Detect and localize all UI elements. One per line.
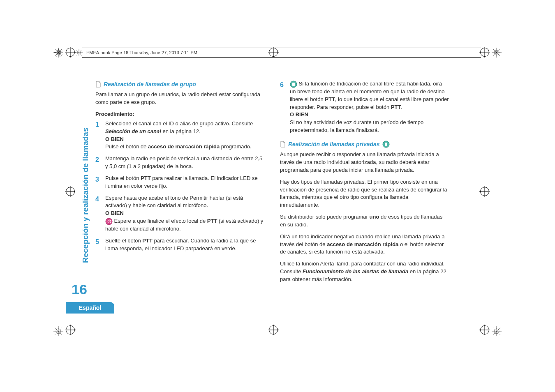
body-paragraph: Oirá un tono indicador negativo cuando r… bbox=[280, 233, 449, 256]
step-body: Espere hasta que acabe el tono de Permit… bbox=[105, 194, 264, 233]
step-4: 4 Espere hasta que acabe el tono de Perm… bbox=[95, 194, 264, 233]
side-tab: Recepción y realización de llamadas bbox=[75, 107, 87, 263]
step-number: 1 bbox=[95, 120, 100, 151]
print-header-text: EMEA.book Page 16 Thursday, June 27, 201… bbox=[86, 50, 197, 55]
right-column: 6 Si la función de Indicación de canal l… bbox=[280, 80, 449, 288]
registration-mark bbox=[480, 187, 489, 196]
section-title-group-calls: Realización de llamadas de grupo bbox=[95, 80, 264, 88]
registration-mark bbox=[480, 325, 489, 334]
step-body: Suelte el botón PTT para escuchar. Cuand… bbox=[105, 237, 264, 253]
svg-rect-34 bbox=[385, 143, 387, 146]
step-body: Seleccione el canal con el ID o alias de… bbox=[105, 120, 264, 151]
side-tab-title: Recepción y realización de llamadas bbox=[81, 107, 90, 263]
body-paragraph: Hay dos tipos de llamadas privadas. El p… bbox=[280, 178, 449, 209]
step-2: 2 Mantenga la radio en posición vertical… bbox=[95, 155, 264, 171]
registration-mark bbox=[66, 48, 75, 57]
header-star-icon bbox=[75, 48, 83, 57]
registration-mark bbox=[269, 325, 278, 334]
feature-badge-icon bbox=[382, 141, 390, 148]
step-3: 3 Pulse el botón PTT para realizar la ll… bbox=[95, 175, 264, 190]
print-star-br bbox=[491, 325, 502, 337]
section-title-private-calls: Realización de llamadas privadas bbox=[280, 140, 449, 148]
left-column: Realización de llamadas de grupo Para ll… bbox=[95, 80, 264, 288]
registration-mark bbox=[66, 187, 75, 196]
print-header-bar: EMEA.book Page 16 Thursday, June 27, 201… bbox=[82, 48, 481, 58]
step-number: 2 bbox=[95, 155, 100, 171]
body-paragraph: Aunque puede recibir o responder a una l… bbox=[280, 151, 449, 174]
feature-badge-icon bbox=[290, 81, 297, 88]
registration-mark bbox=[66, 325, 75, 334]
procedure-label: Procedimiento: bbox=[95, 111, 264, 118]
print-star-tr bbox=[491, 47, 502, 58]
step-body: Mantenga la radio en posición vertical a… bbox=[105, 155, 264, 171]
registration-mark bbox=[480, 48, 489, 57]
print-star-tl bbox=[53, 47, 64, 58]
step-number: 3 bbox=[95, 175, 100, 190]
step-body: Pulse el botón PTT para realizar la llam… bbox=[105, 175, 264, 190]
step-6: 6 Si la función de Indicación de canal l… bbox=[280, 80, 449, 134]
page-content: Realización de llamadas de grupo Para ll… bbox=[95, 80, 449, 288]
page-icon bbox=[280, 141, 286, 148]
intro-paragraph: Para llamar a un grupo de usuarios, la r… bbox=[95, 91, 264, 106]
body-paragraph: Su distribuidor solo puede programar uno… bbox=[280, 213, 449, 229]
page-number: 16 bbox=[72, 281, 87, 297]
step-number: 5 bbox=[95, 237, 100, 253]
body-paragraph: Utilice la función Alerta llamd. para co… bbox=[280, 260, 449, 284]
step-1: 1 Seleccione el canal con el ID o alias … bbox=[95, 120, 264, 151]
feature-badge-icon: ⏻ bbox=[105, 218, 113, 225]
svg-text:⏻: ⏻ bbox=[107, 219, 111, 224]
svg-rect-32 bbox=[292, 83, 295, 86]
step-5: 5 Suelte el botón PTT para escuchar. Cua… bbox=[95, 237, 264, 253]
print-star-bl bbox=[53, 325, 64, 337]
step-body: Si la función de Indicación de canal lib… bbox=[290, 80, 449, 134]
step-number: 4 bbox=[95, 194, 100, 233]
page-icon bbox=[95, 81, 101, 88]
language-tab: Español bbox=[66, 302, 114, 314]
step-number: 6 bbox=[280, 80, 285, 134]
